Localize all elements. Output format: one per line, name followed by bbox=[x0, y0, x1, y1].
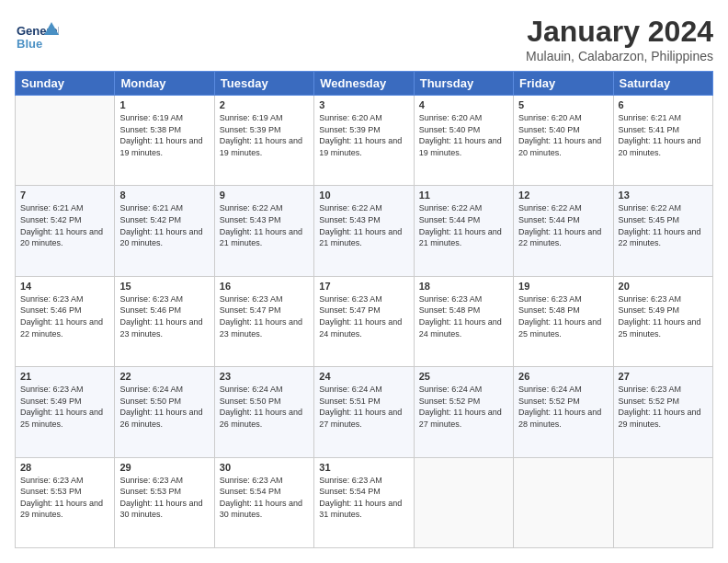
day-info: Sunrise: 6:23 AM Sunset: 5:49 PM Dayligh… bbox=[619, 293, 708, 339]
day-number: 11 bbox=[419, 190, 508, 201]
day-info: Sunrise: 6:24 AM Sunset: 5:50 PM Dayligh… bbox=[220, 384, 309, 430]
calendar-cell: 13Sunrise: 6:22 AM Sunset: 5:45 PM Dayli… bbox=[613, 186, 712, 276]
day-number: 5 bbox=[518, 99, 608, 110]
day-number: 15 bbox=[119, 281, 209, 292]
day-info: Sunrise: 6:24 AM Sunset: 5:50 PM Dayligh… bbox=[119, 384, 209, 430]
day-number: 2 bbox=[220, 99, 309, 110]
day-info: Sunrise: 6:23 AM Sunset: 5:48 PM Dayligh… bbox=[419, 293, 508, 339]
day-header-wednesday: Wednesday bbox=[314, 72, 414, 96]
calendar-week-1: 1Sunrise: 6:19 AM Sunset: 5:38 PM Daylig… bbox=[16, 96, 713, 186]
day-number: 31 bbox=[319, 462, 408, 473]
day-info: Sunrise: 6:23 AM Sunset: 5:52 PM Dayligh… bbox=[619, 384, 708, 430]
day-number: 29 bbox=[119, 462, 209, 473]
header: General Blue January 2024 Mulauin, Calab… bbox=[15, 15, 713, 63]
day-info: Sunrise: 6:19 AM Sunset: 5:39 PM Dayligh… bbox=[220, 112, 309, 158]
day-number: 14 bbox=[20, 281, 109, 292]
day-info: Sunrise: 6:23 AM Sunset: 5:53 PM Dayligh… bbox=[20, 475, 109, 521]
day-number: 10 bbox=[319, 190, 408, 201]
calendar-header-row: SundayMondayTuesdayWednesdayThursdayFrid… bbox=[16, 72, 713, 96]
day-info: Sunrise: 6:23 AM Sunset: 5:47 PM Dayligh… bbox=[319, 293, 408, 339]
day-info: Sunrise: 6:20 AM Sunset: 5:40 PM Dayligh… bbox=[419, 112, 508, 158]
day-info: Sunrise: 6:23 AM Sunset: 5:46 PM Dayligh… bbox=[119, 293, 209, 339]
calendar-cell: 1Sunrise: 6:19 AM Sunset: 5:38 PM Daylig… bbox=[115, 96, 214, 186]
day-number: 28 bbox=[20, 462, 109, 473]
day-number: 24 bbox=[319, 371, 408, 382]
calendar-cell: 2Sunrise: 6:19 AM Sunset: 5:39 PM Daylig… bbox=[214, 96, 313, 186]
day-number: 27 bbox=[619, 371, 708, 382]
day-number: 7 bbox=[20, 190, 109, 201]
calendar-cell: 10Sunrise: 6:22 AM Sunset: 5:43 PM Dayli… bbox=[314, 186, 414, 276]
svg-text:Blue: Blue bbox=[17, 37, 42, 51]
day-header-monday: Monday bbox=[115, 72, 214, 96]
calendar-week-5: 28Sunrise: 6:23 AM Sunset: 5:53 PM Dayli… bbox=[16, 457, 713, 547]
calendar-cell: 23Sunrise: 6:24 AM Sunset: 5:50 PM Dayli… bbox=[214, 367, 313, 457]
day-number: 19 bbox=[518, 281, 608, 292]
day-number: 1 bbox=[119, 99, 209, 110]
day-info: Sunrise: 6:23 AM Sunset: 5:49 PM Dayligh… bbox=[20, 384, 109, 430]
calendar-cell: 6Sunrise: 6:21 AM Sunset: 5:41 PM Daylig… bbox=[613, 96, 712, 186]
day-info: Sunrise: 6:21 AM Sunset: 5:41 PM Dayligh… bbox=[619, 112, 708, 158]
day-info: Sunrise: 6:23 AM Sunset: 5:54 PM Dayligh… bbox=[319, 475, 408, 521]
calendar-cell: 7Sunrise: 6:21 AM Sunset: 5:42 PM Daylig… bbox=[16, 186, 115, 276]
day-number: 30 bbox=[220, 462, 309, 473]
calendar-cell bbox=[414, 457, 513, 547]
title-section: January 2024 Mulauin, Calabarzon, Philip… bbox=[526, 15, 713, 63]
calendar-cell: 14Sunrise: 6:23 AM Sunset: 5:46 PM Dayli… bbox=[16, 276, 115, 366]
day-header-sunday: Sunday bbox=[16, 72, 115, 96]
day-number: 23 bbox=[220, 371, 309, 382]
calendar-cell: 27Sunrise: 6:23 AM Sunset: 5:52 PM Dayli… bbox=[613, 367, 712, 457]
day-number: 9 bbox=[220, 190, 309, 201]
calendar-cell: 4Sunrise: 6:20 AM Sunset: 5:40 PM Daylig… bbox=[414, 96, 513, 186]
day-number: 22 bbox=[119, 371, 209, 382]
day-header-thursday: Thursday bbox=[414, 72, 513, 96]
day-info: Sunrise: 6:23 AM Sunset: 5:48 PM Dayligh… bbox=[518, 293, 608, 339]
page: General Blue January 2024 Mulauin, Calab… bbox=[0, 0, 728, 563]
calendar-cell: 15Sunrise: 6:23 AM Sunset: 5:46 PM Dayli… bbox=[115, 276, 214, 366]
calendar-cell: 18Sunrise: 6:23 AM Sunset: 5:48 PM Dayli… bbox=[414, 276, 513, 366]
day-number: 18 bbox=[419, 281, 508, 292]
day-number: 25 bbox=[419, 371, 508, 382]
day-number: 8 bbox=[119, 190, 209, 201]
day-info: Sunrise: 6:24 AM Sunset: 5:51 PM Dayligh… bbox=[319, 384, 408, 430]
day-header-friday: Friday bbox=[514, 72, 613, 96]
day-number: 12 bbox=[518, 190, 608, 201]
day-info: Sunrise: 6:24 AM Sunset: 5:52 PM Dayligh… bbox=[419, 384, 508, 430]
day-number: 21 bbox=[20, 371, 109, 382]
calendar-cell: 30Sunrise: 6:23 AM Sunset: 5:54 PM Dayli… bbox=[214, 457, 313, 547]
day-number: 13 bbox=[619, 190, 708, 201]
calendar-cell bbox=[613, 457, 712, 547]
day-header-saturday: Saturday bbox=[613, 72, 712, 96]
calendar-cell: 24Sunrise: 6:24 AM Sunset: 5:51 PM Dayli… bbox=[314, 367, 414, 457]
day-info: Sunrise: 6:20 AM Sunset: 5:40 PM Dayligh… bbox=[518, 112, 608, 158]
day-number: 16 bbox=[220, 281, 309, 292]
sub-title: Mulauin, Calabarzon, Philippines bbox=[526, 49, 713, 63]
day-info: Sunrise: 6:23 AM Sunset: 5:53 PM Dayligh… bbox=[119, 475, 209, 521]
calendar-cell: 31Sunrise: 6:23 AM Sunset: 5:54 PM Dayli… bbox=[314, 457, 414, 547]
day-info: Sunrise: 6:23 AM Sunset: 5:54 PM Dayligh… bbox=[220, 475, 309, 521]
calendar-cell: 26Sunrise: 6:24 AM Sunset: 5:52 PM Dayli… bbox=[514, 367, 613, 457]
day-info: Sunrise: 6:23 AM Sunset: 5:47 PM Dayligh… bbox=[220, 293, 309, 339]
calendar-cell: 25Sunrise: 6:24 AM Sunset: 5:52 PM Dayli… bbox=[414, 367, 513, 457]
day-info: Sunrise: 6:21 AM Sunset: 5:42 PM Dayligh… bbox=[20, 202, 109, 248]
day-info: Sunrise: 6:22 AM Sunset: 5:45 PM Dayligh… bbox=[619, 202, 708, 248]
calendar-cell: 28Sunrise: 6:23 AM Sunset: 5:53 PM Dayli… bbox=[16, 457, 115, 547]
day-info: Sunrise: 6:20 AM Sunset: 5:39 PM Dayligh… bbox=[319, 112, 408, 158]
calendar-week-2: 7Sunrise: 6:21 AM Sunset: 5:42 PM Daylig… bbox=[16, 186, 713, 276]
calendar-cell: 22Sunrise: 6:24 AM Sunset: 5:50 PM Dayli… bbox=[115, 367, 214, 457]
calendar-cell: 3Sunrise: 6:20 AM Sunset: 5:39 PM Daylig… bbox=[314, 96, 414, 186]
day-info: Sunrise: 6:22 AM Sunset: 5:43 PM Dayligh… bbox=[220, 202, 309, 248]
day-number: 26 bbox=[518, 371, 608, 382]
calendar-week-4: 21Sunrise: 6:23 AM Sunset: 5:49 PM Dayli… bbox=[16, 367, 713, 457]
calendar-cell: 21Sunrise: 6:23 AM Sunset: 5:49 PM Dayli… bbox=[16, 367, 115, 457]
day-number: 6 bbox=[619, 99, 708, 110]
calendar-cell: 11Sunrise: 6:22 AM Sunset: 5:44 PM Dayli… bbox=[414, 186, 513, 276]
calendar-cell: 20Sunrise: 6:23 AM Sunset: 5:49 PM Dayli… bbox=[613, 276, 712, 366]
day-info: Sunrise: 6:22 AM Sunset: 5:43 PM Dayligh… bbox=[319, 202, 408, 248]
logo-icon: General Blue bbox=[15, 15, 59, 59]
day-number: 3 bbox=[319, 99, 408, 110]
calendar-cell: 8Sunrise: 6:21 AM Sunset: 5:42 PM Daylig… bbox=[115, 186, 214, 276]
calendar-cell: 12Sunrise: 6:22 AM Sunset: 5:44 PM Dayli… bbox=[514, 186, 613, 276]
calendar-cell: 17Sunrise: 6:23 AM Sunset: 5:47 PM Dayli… bbox=[314, 276, 414, 366]
day-header-tuesday: Tuesday bbox=[214, 72, 313, 96]
calendar-cell: 9Sunrise: 6:22 AM Sunset: 5:43 PM Daylig… bbox=[214, 186, 313, 276]
